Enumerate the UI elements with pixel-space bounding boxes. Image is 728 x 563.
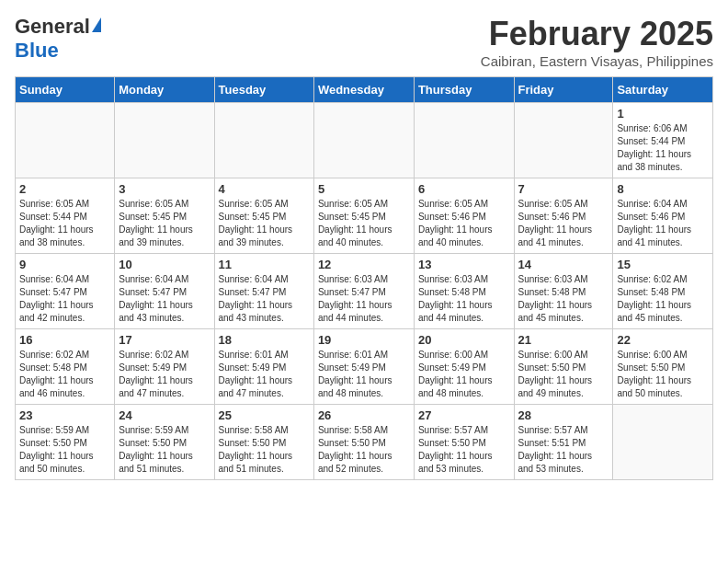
calendar-cell: 16Sunrise: 6:02 AMSunset: 5:48 PMDayligh… xyxy=(16,329,115,405)
calendar-table: SundayMondayTuesdayWednesdayThursdayFrid… xyxy=(15,76,713,480)
day-number: 12 xyxy=(318,258,410,271)
calendar-cell: 7Sunrise: 6:05 AMSunset: 5:46 PMDaylight… xyxy=(514,178,613,254)
calendar-cell: 15Sunrise: 6:02 AMSunset: 5:48 PMDayligh… xyxy=(613,254,713,329)
day-of-week-header: Saturday xyxy=(613,77,713,103)
day-info: Sunrise: 6:04 AMSunset: 5:47 PMDaylight:… xyxy=(219,273,310,325)
calendar-cell xyxy=(414,103,514,178)
calendar-cell xyxy=(115,103,214,178)
page-header: General Blue February 2025 Caibiran, Eas… xyxy=(15,15,713,69)
day-of-week-header: Friday xyxy=(514,77,613,103)
days-of-week-row: SundayMondayTuesdayWednesdayThursdayFrid… xyxy=(16,77,713,103)
day-info: Sunrise: 6:00 AMSunset: 5:50 PMDaylight:… xyxy=(518,349,609,400)
day-number: 11 xyxy=(219,258,310,271)
calendar-cell: 6Sunrise: 6:05 AMSunset: 5:46 PMDaylight… xyxy=(414,178,514,254)
day-info: Sunrise: 5:57 AMSunset: 5:51 PMDaylight:… xyxy=(518,424,609,476)
day-info: Sunrise: 5:57 AMSunset: 5:50 PMDaylight:… xyxy=(418,424,510,476)
calendar-cell: 9Sunrise: 6:04 AMSunset: 5:47 PMDaylight… xyxy=(16,254,115,329)
day-info: Sunrise: 6:02 AMSunset: 5:48 PMDaylight:… xyxy=(19,349,110,400)
day-of-week-header: Monday xyxy=(115,77,214,103)
day-info: Sunrise: 5:58 AMSunset: 5:50 PMDaylight:… xyxy=(318,424,410,476)
day-of-week-header: Wednesday xyxy=(313,77,414,103)
day-info: Sunrise: 6:05 AMSunset: 5:45 PMDaylight:… xyxy=(119,198,210,249)
calendar-cell xyxy=(514,103,613,178)
day-info: Sunrise: 6:03 AMSunset: 5:47 PMDaylight:… xyxy=(318,273,410,325)
calendar-cell: 1Sunrise: 6:06 AMSunset: 5:44 PMDaylight… xyxy=(613,103,713,178)
day-info: Sunrise: 6:06 AMSunset: 5:44 PMDaylight:… xyxy=(617,122,709,174)
calendar-cell: 24Sunrise: 5:59 AMSunset: 5:50 PMDayligh… xyxy=(115,405,214,480)
day-info: Sunrise: 6:03 AMSunset: 5:48 PMDaylight:… xyxy=(518,273,609,325)
day-info: Sunrise: 5:59 AMSunset: 5:50 PMDaylight:… xyxy=(119,424,210,476)
logo: General Blue xyxy=(15,15,101,63)
day-number: 19 xyxy=(318,333,410,347)
calendar-cell: 8Sunrise: 6:04 AMSunset: 5:46 PMDaylight… xyxy=(613,178,713,254)
calendar-cell: 3Sunrise: 6:05 AMSunset: 5:45 PMDaylight… xyxy=(115,178,214,254)
calendar-header: SundayMondayTuesdayWednesdayThursdayFrid… xyxy=(16,77,713,103)
day-info: Sunrise: 6:05 AMSunset: 5:45 PMDaylight:… xyxy=(219,198,310,249)
day-number: 25 xyxy=(219,408,310,422)
day-number: 6 xyxy=(418,182,510,196)
calendar-cell: 12Sunrise: 6:03 AMSunset: 5:47 PMDayligh… xyxy=(313,254,414,329)
day-number: 23 xyxy=(19,408,110,422)
calendar-cell: 17Sunrise: 6:02 AMSunset: 5:49 PMDayligh… xyxy=(115,329,214,405)
day-number: 18 xyxy=(219,333,310,347)
logo-triangle-icon xyxy=(92,17,101,32)
day-number: 28 xyxy=(518,408,609,422)
day-info: Sunrise: 6:05 AMSunset: 5:46 PMDaylight:… xyxy=(418,198,510,249)
day-number: 5 xyxy=(318,182,410,196)
calendar-week-row: 9Sunrise: 6:04 AMSunset: 5:47 PMDaylight… xyxy=(16,254,713,329)
day-info: Sunrise: 6:04 AMSunset: 5:47 PMDaylight:… xyxy=(119,273,210,325)
day-number: 7 xyxy=(518,182,609,196)
calendar-cell: 10Sunrise: 6:04 AMSunset: 5:47 PMDayligh… xyxy=(115,254,214,329)
day-number: 2 xyxy=(19,182,110,196)
logo-general-text: General xyxy=(15,15,90,39)
day-of-week-header: Thursday xyxy=(414,77,514,103)
day-number: 26 xyxy=(318,408,410,422)
day-info: Sunrise: 6:04 AMSunset: 5:47 PMDaylight:… xyxy=(19,273,110,325)
day-number: 9 xyxy=(19,258,110,271)
day-number: 27 xyxy=(418,408,510,422)
day-number: 17 xyxy=(119,333,210,347)
day-number: 13 xyxy=(418,258,510,271)
calendar-cell: 11Sunrise: 6:04 AMSunset: 5:47 PMDayligh… xyxy=(214,254,313,329)
calendar-week-row: 1Sunrise: 6:06 AMSunset: 5:44 PMDaylight… xyxy=(16,103,713,178)
day-number: 3 xyxy=(119,182,210,196)
day-info: Sunrise: 6:05 AMSunset: 5:46 PMDaylight:… xyxy=(518,198,609,249)
calendar-week-row: 16Sunrise: 6:02 AMSunset: 5:48 PMDayligh… xyxy=(16,329,713,405)
location-subtitle: Caibiran, Eastern Visayas, Philippines xyxy=(481,53,713,69)
calendar-cell xyxy=(16,103,115,178)
day-number: 1 xyxy=(617,107,709,121)
calendar-cell: 25Sunrise: 5:58 AMSunset: 5:50 PMDayligh… xyxy=(214,405,313,480)
day-number: 15 xyxy=(617,258,709,271)
day-of-week-header: Sunday xyxy=(16,77,115,103)
calendar-cell: 26Sunrise: 5:58 AMSunset: 5:50 PMDayligh… xyxy=(313,405,414,480)
calendar-week-row: 23Sunrise: 5:59 AMSunset: 5:50 PMDayligh… xyxy=(16,405,713,480)
day-info: Sunrise: 6:00 AMSunset: 5:49 PMDaylight:… xyxy=(418,349,510,400)
day-number: 10 xyxy=(119,258,210,271)
calendar-cell: 18Sunrise: 6:01 AMSunset: 5:49 PMDayligh… xyxy=(214,329,313,405)
day-number: 21 xyxy=(518,333,609,347)
day-info: Sunrise: 6:01 AMSunset: 5:49 PMDaylight:… xyxy=(219,349,310,400)
day-info: Sunrise: 6:04 AMSunset: 5:46 PMDaylight:… xyxy=(617,198,709,249)
day-number: 4 xyxy=(219,182,310,196)
day-number: 24 xyxy=(119,408,210,422)
day-number: 14 xyxy=(518,258,609,271)
day-info: Sunrise: 6:00 AMSunset: 5:50 PMDaylight:… xyxy=(617,349,709,400)
calendar-cell xyxy=(613,405,713,480)
day-info: Sunrise: 6:02 AMSunset: 5:48 PMDaylight:… xyxy=(617,273,709,325)
calendar-cell: 19Sunrise: 6:01 AMSunset: 5:49 PMDayligh… xyxy=(313,329,414,405)
calendar-body: 1Sunrise: 6:06 AMSunset: 5:44 PMDaylight… xyxy=(16,103,713,480)
calendar-cell: 2Sunrise: 6:05 AMSunset: 5:44 PMDaylight… xyxy=(16,178,115,254)
day-info: Sunrise: 5:58 AMSunset: 5:50 PMDaylight:… xyxy=(219,424,310,476)
calendar-cell: 22Sunrise: 6:00 AMSunset: 5:50 PMDayligh… xyxy=(613,329,713,405)
day-info: Sunrise: 6:01 AMSunset: 5:49 PMDaylight:… xyxy=(318,349,410,400)
day-number: 20 xyxy=(418,333,510,347)
day-number: 22 xyxy=(617,333,709,347)
calendar-cell: 27Sunrise: 5:57 AMSunset: 5:50 PMDayligh… xyxy=(414,405,514,480)
day-of-week-header: Tuesday xyxy=(214,77,313,103)
calendar-cell: 13Sunrise: 6:03 AMSunset: 5:48 PMDayligh… xyxy=(414,254,514,329)
day-number: 16 xyxy=(19,333,110,347)
calendar-cell: 14Sunrise: 6:03 AMSunset: 5:48 PMDayligh… xyxy=(514,254,613,329)
day-info: Sunrise: 6:03 AMSunset: 5:48 PMDaylight:… xyxy=(418,273,510,325)
day-info: Sunrise: 6:02 AMSunset: 5:49 PMDaylight:… xyxy=(119,349,210,400)
month-year-title: February 2025 xyxy=(481,15,713,53)
